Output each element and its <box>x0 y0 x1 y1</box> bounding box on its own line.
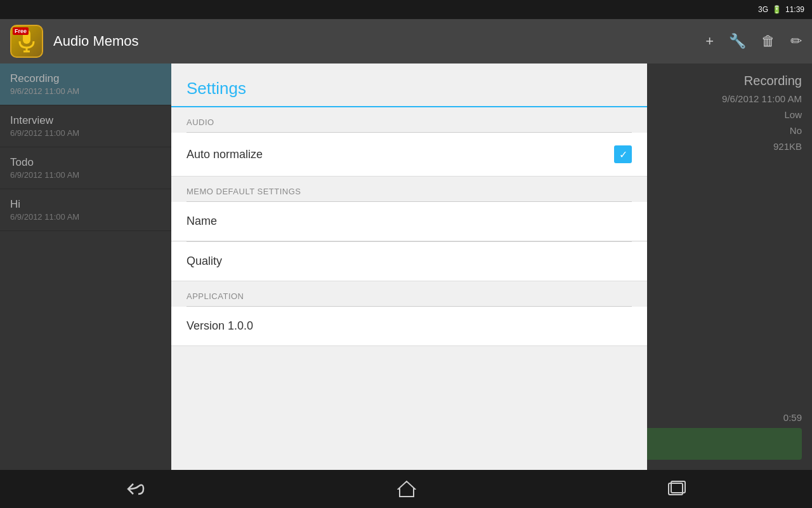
settings-section-memo: MEMO DEFAULT SETTINGS <box>171 177 647 201</box>
signal-indicator: 3G <box>758 5 768 14</box>
sidebar-item-title-2: Todo <box>10 156 161 169</box>
auto-normalize-checkbox[interactable]: ✓ <box>614 145 632 163</box>
toolbar-actions: + 🔧 🗑 ✏ <box>705 33 802 50</box>
settings-item-version: Version 1.0.0 <box>171 307 647 346</box>
battery-icon: 🔋 <box>772 5 782 14</box>
settings-title: Settings <box>187 79 632 98</box>
free-badge: Free <box>13 27 29 35</box>
sidebar-item-date-2: 6/9/2012 11:00 AM <box>10 170 161 180</box>
sidebar-item-recording[interactable]: Recording 9/6/2012 11:00 AM <box>0 64 171 105</box>
sidebar-item-date-1: 6/9/2012 11:00 AM <box>10 128 161 138</box>
settings-button[interactable]: 🔧 <box>729 33 746 50</box>
svg-marker-3 <box>398 481 415 497</box>
sidebar-item-interview[interactable]: Interview 6/9/2012 11:00 AM <box>0 105 171 147</box>
app-icon: Free <box>10 25 43 58</box>
name-label: Name <box>187 215 217 228</box>
back-button[interactable] <box>126 481 146 497</box>
sidebar-item-date-0: 9/6/2012 11:00 AM <box>10 86 161 96</box>
sidebar-item-todo[interactable]: Todo 6/9/2012 11:00 AM <box>0 147 171 189</box>
back-icon <box>126 481 146 497</box>
bottom-nav <box>0 470 812 508</box>
settings-section-audio: AUDIO <box>171 107 647 132</box>
sidebar-item-title-1: Interview <box>10 114 161 127</box>
status-icons: 3G 🔋 11:39 <box>758 5 804 14</box>
recents-icon <box>667 481 686 497</box>
sidebar-item-title-0: Recording <box>10 72 161 85</box>
app-title: Audio Memos <box>53 33 695 50</box>
time-display: 11:39 <box>785 5 804 14</box>
sidebar-item-title-3: Hi <box>10 198 161 211</box>
settings-item-auto-normalize[interactable]: Auto normalize ✓ <box>171 133 647 177</box>
settings-header: Settings <box>171 64 647 107</box>
sidebar-item-hi[interactable]: Hi 6/9/2012 11:00 AM <box>0 189 171 231</box>
home-icon <box>397 480 416 498</box>
quality-label: Quality <box>187 255 222 268</box>
status-bar: 3G 🔋 11:39 <box>0 0 812 19</box>
add-button[interactable]: + <box>705 33 714 50</box>
recents-button[interactable] <box>667 481 686 497</box>
content-area: Recording 9/6/2012 11:00 AM Interview 6/… <box>0 64 812 470</box>
auto-normalize-label: Auto normalize <box>187 148 263 161</box>
sidebar-item-date-3: 6/9/2012 11:00 AM <box>10 212 161 222</box>
sidebar: Recording 9/6/2012 11:00 AM Interview 6/… <box>0 64 171 470</box>
home-button[interactable] <box>397 480 416 498</box>
settings-item-quality[interactable]: Quality <box>171 242 647 281</box>
settings-content: AUDIO Auto normalize ✓ MEMO DEFAULT SETT… <box>171 107 647 470</box>
delete-button[interactable]: 🗑 <box>761 33 775 50</box>
app-container: Free Audio Memos + 🔧 🗑 ✏ Recording 9/6/2… <box>0 19 812 508</box>
version-label: Version 1.0.0 <box>187 319 253 333</box>
settings-item-name[interactable]: Name <box>171 202 647 241</box>
edit-button[interactable]: ✏ <box>790 33 802 50</box>
settings-dialog: Settings AUDIO Auto normalize ✓ MEMO DEF… <box>171 64 647 470</box>
settings-section-application: APPLICATION <box>171 281 647 306</box>
toolbar: Free Audio Memos + 🔧 🗑 ✏ <box>0 19 812 64</box>
